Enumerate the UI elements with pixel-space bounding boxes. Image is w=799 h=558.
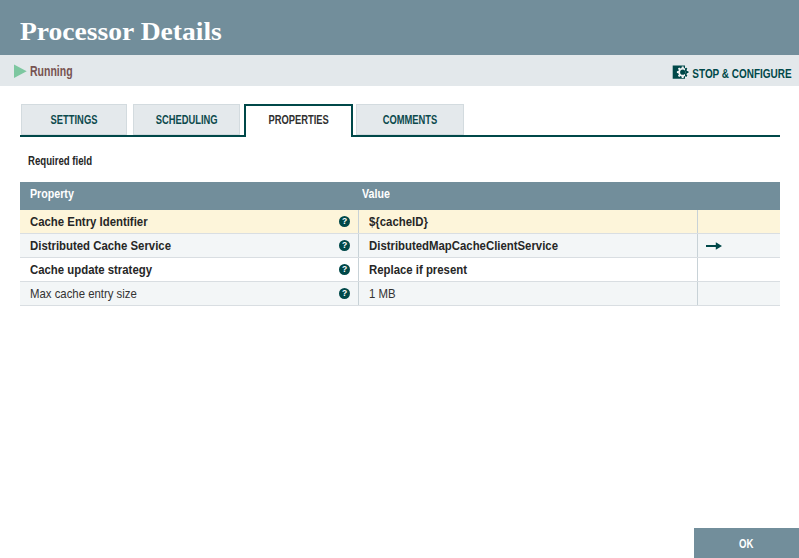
- svg-text:?: ?: [342, 216, 347, 226]
- svg-text:?: ?: [342, 288, 347, 298]
- svg-text:?: ?: [342, 264, 347, 274]
- svg-text:?: ?: [342, 240, 347, 250]
